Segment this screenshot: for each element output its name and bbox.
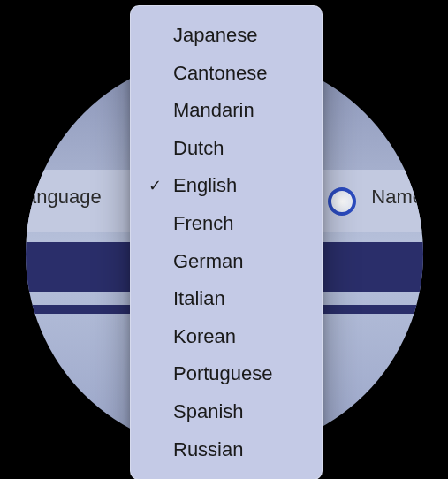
language-option[interactable]: ✓Italian — [131, 280, 322, 318]
language-option-label: English — [173, 174, 237, 196]
language-option[interactable]: ✓Spanish — [131, 393, 322, 431]
language-option-label: Russian — [173, 438, 243, 460]
language-option-label: Mandarin — [173, 99, 254, 121]
language-option-label: Italian — [173, 287, 225, 309]
language-option-label: Portuguese — [173, 362, 273, 384]
language-option-label: Spanish — [173, 400, 244, 422]
language-option[interactable]: ✓French — [131, 205, 322, 243]
language-option[interactable]: ✓Dutch — [131, 130, 322, 168]
name-column-label: Name — [371, 186, 423, 209]
check-icon: ✓ — [148, 176, 162, 196]
language-option[interactable]: ✓Cantonese — [131, 55, 322, 93]
language-column-label: anguage — [26, 186, 102, 209]
language-option[interactable]: ✓English — [131, 167, 322, 205]
language-option-label: Japanese — [173, 24, 257, 46]
language-option[interactable]: ✓Mandarin — [131, 92, 322, 130]
language-option-label: German — [173, 250, 243, 272]
language-dropdown-menu[interactable]: ✓Japanese✓Cantonese✓Mandarin✓Dutch✓Engli… — [130, 5, 323, 479]
radio-indicator[interactable] — [328, 187, 356, 216]
language-option-label: Dutch — [173, 137, 224, 159]
language-option[interactable]: ✓German — [131, 243, 322, 281]
language-option-label: Korean — [173, 325, 236, 347]
language-option[interactable]: ✓Russian — [131, 431, 322, 469]
language-option[interactable]: ✓Korean — [131, 318, 322, 356]
language-option-label: French — [173, 212, 233, 234]
language-option[interactable]: ✓Portuguese — [131, 355, 322, 393]
language-option[interactable]: ✓Japanese — [131, 17, 322, 55]
language-option-label: Cantonese — [173, 62, 267, 84]
